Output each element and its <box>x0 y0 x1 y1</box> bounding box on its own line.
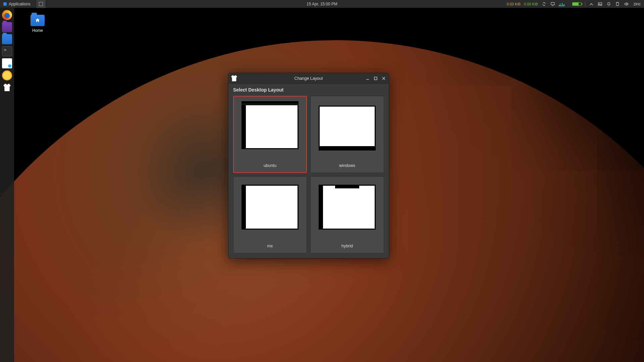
layout-options-grid: ubuntu windows mx hybrid <box>233 96 384 253</box>
window-title: Change Layout <box>294 76 323 81</box>
applications-label: Applications <box>9 2 31 6</box>
layout-option-mx[interactable]: mx <box>233 176 307 253</box>
window-icon <box>39 2 43 6</box>
applications-menu-button[interactable]: Applications <box>0 0 34 8</box>
applications-icon <box>3 2 7 6</box>
firefox-icon[interactable] <box>2 10 12 20</box>
layout-label-mx: mx <box>267 244 273 248</box>
layout-label-windows: windows <box>339 163 355 168</box>
layout-option-ubuntu[interactable]: ubuntu <box>233 96 307 173</box>
svg-rect-7 <box>374 77 377 80</box>
files-purple-icon[interactable] <box>2 22 12 32</box>
top-panel: Applications 15 Apr, 15:00 PM 0.03 KiB 0… <box>0 0 644 8</box>
window-minimize-button[interactable] <box>365 76 370 81</box>
panel-tray: 0.03 KiB 0.00 KiB zinc <box>506 0 644 8</box>
taskbar-window-button[interactable] <box>36 0 46 8</box>
document-icon[interactable] <box>2 58 12 68</box>
change-layout-window: Change Layout Select Desktop Layout ubun… <box>228 73 389 258</box>
window-app-icon <box>231 75 237 81</box>
layout-label-ubuntu: ubuntu <box>264 163 276 168</box>
display-icon[interactable] <box>550 1 555 7</box>
svg-rect-5 <box>617 2 618 3</box>
desktop-home-label: Home <box>32 28 43 33</box>
tray-separator <box>585 2 585 6</box>
network-download-rate: 0.03 KiB <box>506 2 521 6</box>
sync-icon[interactable] <box>541 1 547 7</box>
volume-icon[interactable] <box>624 1 629 7</box>
layout-option-hybrid[interactable]: hybrid <box>310 176 384 253</box>
layout-thumb-windows <box>319 106 376 150</box>
terminal-icon[interactable] <box>2 46 12 56</box>
svg-rect-0 <box>551 2 554 5</box>
layout-label-hybrid: hybrid <box>341 244 353 248</box>
layout-app-icon[interactable] <box>2 82 12 93</box>
window-titlebar[interactable]: Change Layout <box>228 73 389 84</box>
files-blue-icon[interactable] <box>2 34 12 44</box>
cpu-graph-icon[interactable] <box>559 2 569 6</box>
layout-option-windows[interactable]: windows <box>310 96 384 173</box>
network-upload-rate: 0.00 KiB <box>524 2 538 6</box>
window-close-button[interactable] <box>381 76 386 81</box>
layout-thumb-hybrid <box>319 185 376 230</box>
user-menu[interactable]: zinc <box>632 2 641 6</box>
picture-icon[interactable] <box>597 1 603 7</box>
battery-indicator[interactable] <box>572 2 582 6</box>
layout-thumb-ubuntu <box>241 104 299 149</box>
network-icon[interactable] <box>589 1 594 7</box>
dialog-section-title: Select Desktop Layout <box>233 87 384 93</box>
panel-spacer <box>51 0 61 8</box>
home-folder-icon <box>31 15 45 26</box>
clipboard-icon[interactable] <box>615 1 620 7</box>
app-yellow-icon[interactable] <box>2 70 12 80</box>
window-maximize-button[interactable] <box>373 76 378 81</box>
desktop-home-icon[interactable]: Home <box>24 15 51 33</box>
layout-thumb-mx <box>241 185 299 230</box>
notifications-icon[interactable] <box>606 1 611 7</box>
panel-clock[interactable]: 15 Apr, 15:00 PM <box>307 2 337 6</box>
left-dock <box>0 8 14 362</box>
svg-rect-4 <box>616 2 619 5</box>
